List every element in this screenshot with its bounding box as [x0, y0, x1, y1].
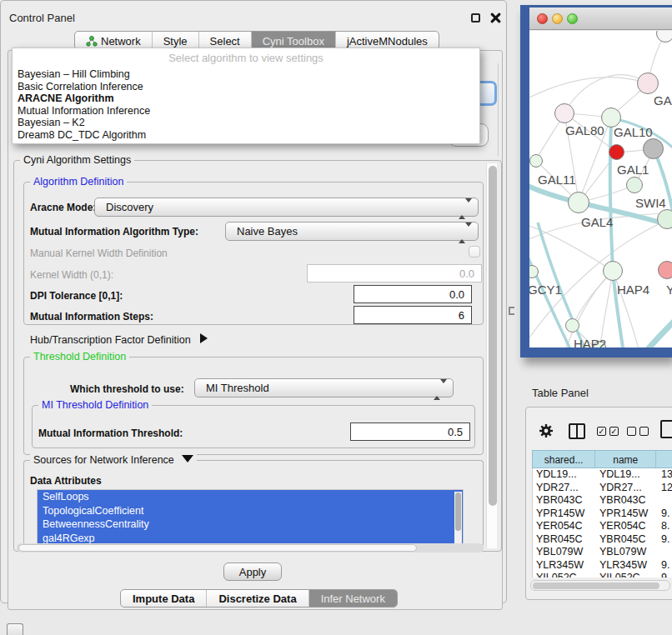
kernel-width-label: Kernel Width (0,1):: [30, 269, 113, 281]
mac-zoom-icon[interactable]: [567, 13, 578, 24]
network-node-highlighted[interactable]: [609, 144, 624, 160]
tab-style[interactable]: Style: [152, 32, 198, 49]
which-threshold-combo[interactable]: MI Threshold: [194, 378, 454, 398]
splitter-handle-icon[interactable]: [509, 307, 514, 315]
hub-definition-label: Hub/Transcription Factor Definition: [30, 334, 191, 346]
dropdown-option[interactable]: Basic Correlation Inference: [13, 81, 479, 93]
gear-icon[interactable]: [538, 422, 554, 439]
mi-type-value: Naive Bayes: [237, 225, 298, 238]
aracne-mode-value: Discovery: [106, 201, 153, 213]
node-label: GAL80: [565, 123, 604, 138]
table-row[interactable]: YIL052CYIL052C9: [533, 572, 672, 578]
tab-cyni-toolbox-label: Cyni Toolbox: [263, 35, 324, 48]
network-node-swi4[interactable]: [657, 209, 672, 229]
table-row[interactable]: YER054CYER054C8.: [533, 520, 672, 533]
column-header[interactable]: name: [595, 451, 656, 468]
network-window-titlebar[interactable]: [529, 8, 672, 30]
table-row[interactable]: YBR043CYBR043C: [533, 494, 672, 508]
dropdown-placeholder: Select algorithm to view settings: [13, 48, 479, 68]
which-threshold-value: MI Threshold: [206, 382, 269, 394]
select-all-checkbox-icon[interactable]: ✓: [609, 427, 619, 436]
minimized-panel-icon[interactable]: [7, 623, 23, 635]
table-horizontal-scrollbar[interactable]: [530, 580, 670, 591]
settings-vertical-scrollbar[interactable]: [486, 163, 497, 548]
mi-steps-field[interactable]: 6: [354, 306, 472, 324]
group-title: Threshold Definition: [30, 351, 129, 362]
column-header[interactable]: [656, 451, 672, 468]
column-header[interactable]: shared...: [533, 451, 595, 468]
tab-infer-network[interactable]: Infer Network: [308, 590, 397, 607]
dropdown-option-selected[interactable]: ARACNE Algorithm: [13, 92, 479, 105]
manual-kernel-checkbox[interactable]: [469, 246, 480, 258]
network-node[interactable]: [637, 72, 659, 94]
chevron-right-icon: [200, 333, 208, 343]
tab-select[interactable]: Select: [198, 32, 251, 49]
node-label: GCY1: [529, 282, 562, 297]
tab-network[interactable]: Network: [75, 32, 152, 49]
network-node-gal1[interactable]: [626, 177, 643, 193]
split-view-icon[interactable]: [569, 423, 585, 439]
deselect-checkbox-icon[interactable]: [639, 427, 649, 436]
group-title: Cyni Algorithm Settings: [20, 154, 134, 166]
table-row[interactable]: YDL19...YDL19...13: [533, 468, 672, 482]
network-node-gal4[interactable]: [568, 192, 589, 213]
tab-jactivemnodules-label: jActiveMNodules: [347, 35, 428, 48]
spinner-arrows-icon: [459, 227, 472, 239]
table-body[interactable]: YDL19...YDL19...13 YDR27...YDR27...12 YB…: [532, 468, 672, 578]
network-view-window: GAL GAL80 GAL10 GAL1 GAL11 SWI4 GAL4 GCY…: [520, 5, 672, 358]
attribute-item[interactable]: BetweennessCentrality: [38, 518, 463, 532]
table-row[interactable]: YBR045CYBR045C9.: [533, 533, 672, 547]
node-label: GAL11: [538, 172, 576, 187]
tab-select-label: Select: [210, 35, 240, 48]
table-row[interactable]: YDR27...YDR27...12: [533, 482, 672, 495]
mi-type-label: Mutual Information Algorithm Type:: [30, 226, 198, 238]
mac-close-icon[interactable]: [537, 13, 548, 24]
select-all-checkbox-icon[interactable]: ✓: [597, 427, 606, 436]
hub-definition-toggle[interactable]: Hub/Transcription Factor Definition: [30, 333, 208, 346]
tab-jactivemnodules[interactable]: jActiveMNodules: [335, 32, 439, 49]
table-row[interactable]: YPR145WYPR145W9.: [533, 508, 672, 521]
node-label: Y: [666, 282, 672, 297]
network-node-hap4[interactable]: [603, 261, 623, 281]
network-node[interactable]: [643, 138, 664, 159]
attribute-item[interactable]: gal4RGexp: [38, 532, 463, 545]
data-attributes-list[interactable]: SelfLoops TopologicalCoefficient Between…: [37, 489, 464, 544]
dropdown-option[interactable]: Dream8 DC_TDC Algorithm: [13, 129, 479, 142]
attribute-item[interactable]: SelfLoops: [38, 490, 463, 504]
spinner-arrows-icon: [459, 202, 472, 215]
group-title: MI Threshold Definition: [38, 399, 152, 411]
table-row[interactable]: YLR345WYLR345W9.: [533, 559, 672, 572]
apply-button[interactable]: Apply: [223, 562, 282, 581]
control-panel-title: Control Panel: [9, 12, 75, 24]
close-icon[interactable]: [489, 12, 501, 23]
mi-threshold-field[interactable]: 0.5: [350, 422, 470, 441]
aracne-mode-combo[interactable]: Discovery: [94, 198, 479, 217]
float-window-icon[interactable]: [471, 13, 480, 22]
new-table-icon[interactable]: [660, 420, 672, 438]
node-label: GAL4: [581, 215, 613, 229]
manual-kernel-label: Manual Kernel Width Definition: [30, 248, 168, 259]
network-node-gal80[interactable]: [554, 103, 574, 123]
table-row[interactable]: YBL079WYBL079W: [533, 546, 672, 559]
attribute-item[interactable]: TopologicalCoefficient: [38, 504, 463, 518]
network-node[interactable]: [658, 261, 672, 279]
mi-type-combo[interactable]: Naive Bayes: [225, 222, 479, 241]
tab-discretize-data[interactable]: Discretize Data: [206, 590, 308, 607]
tab-impute-data[interactable]: Impute Data: [121, 590, 206, 607]
settings-horizontal-scrollbar[interactable]: [17, 543, 484, 552]
mac-minimize-icon[interactable]: [552, 13, 563, 24]
dropdown-option[interactable]: Bayesian – Hill Climbing: [13, 68, 479, 81]
node-label: HAP2: [574, 337, 606, 348]
tab-cyni-toolbox[interactable]: Cyni Toolbox: [251, 32, 335, 49]
network-node-hap2[interactable]: [565, 318, 579, 332]
mi-steps-label: Mutual Information Steps:: [30, 311, 153, 322]
sources-toggle[interactable]: Sources for Network Inference: [30, 454, 197, 466]
chevron-down-icon: [182, 455, 193, 462]
dropdown-option[interactable]: Mutual Information Inference: [13, 105, 479, 118]
dpi-tolerance-field[interactable]: 0.0: [354, 285, 472, 303]
deselect-checkbox-icon[interactable]: [627, 427, 636, 436]
network-node-gal11[interactable]: [529, 154, 543, 168]
list-scrollbar[interactable]: [454, 492, 462, 543]
network-canvas[interactable]: GAL GAL80 GAL10 GAL1 GAL11 SWI4 GAL4 GCY…: [529, 31, 672, 348]
dropdown-option[interactable]: Bayesian – K2: [13, 117, 479, 129]
